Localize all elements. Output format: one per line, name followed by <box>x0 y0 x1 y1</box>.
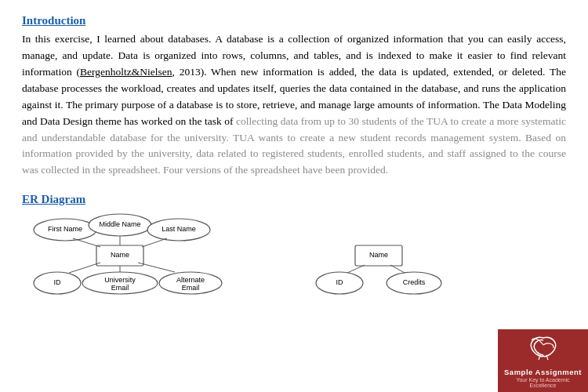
svg-line-8 <box>73 238 100 247</box>
er-diagram-area: Name First Name Middle Name Last Name ID… <box>22 212 566 299</box>
svg-text:Name: Name <box>369 252 388 260</box>
logo-bird-icon <box>528 334 559 365</box>
svg-text:ID: ID <box>336 279 344 287</box>
intro-body: In this exercise, I learned about databa… <box>22 31 566 179</box>
intro-title: Introduction <box>22 14 566 27</box>
svg-line-19 <box>69 263 100 273</box>
svg-text:Credits: Credits <box>403 279 426 287</box>
svg-text:Email: Email <box>111 285 129 292</box>
intro-section: Introduction In this exercise, I learned… <box>22 14 566 179</box>
page-content: Introduction In this exercise, I learned… <box>0 0 588 313</box>
svg-text:Email: Email <box>182 285 200 292</box>
svg-text:Last Name: Last Name <box>162 226 196 234</box>
svg-text:ID: ID <box>54 279 62 287</box>
svg-line-21 <box>138 263 175 272</box>
er-diagram-left: Name First Name Middle Name Last Name ID… <box>22 212 257 299</box>
logo-main-text: Sample Assignment <box>504 368 582 376</box>
svg-text:Middle Name: Middle Name <box>99 221 140 229</box>
logo-sub-text: Your Key to Academic Excellence <box>503 377 583 388</box>
svg-line-10 <box>142 238 167 247</box>
svg-text:Alternate: Alternate <box>176 277 205 285</box>
svg-text:First Name: First Name <box>48 226 82 234</box>
svg-text:University: University <box>104 277 136 285</box>
er-section: ER Diagram Name First Name Middle Name L… <box>22 193 566 299</box>
intro-link[interactable]: Bergenholtz&Nielsen <box>80 66 172 78</box>
er-diagram-right: Name ID Credits <box>312 212 453 299</box>
er-title: ER Diagram <box>22 193 566 206</box>
svg-line-28 <box>347 265 365 273</box>
svg-text:Name: Name <box>111 252 129 260</box>
logo-box: Sample Assignment Your Key to Academic E… <box>498 329 588 392</box>
